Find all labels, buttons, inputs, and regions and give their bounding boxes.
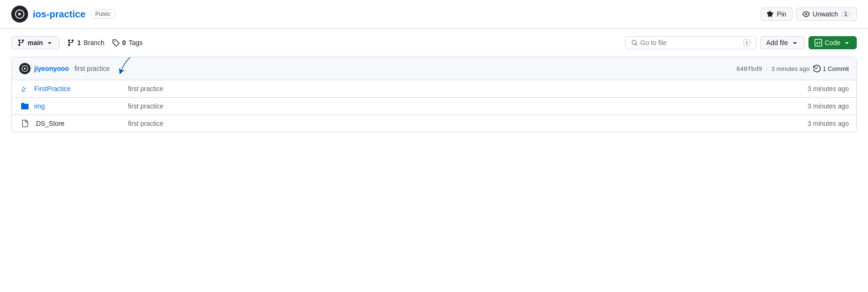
file-time-0: 3 minutes ago <box>793 85 849 92</box>
search-box[interactable]: t <box>625 36 756 49</box>
branch-count: 1 <box>77 39 81 46</box>
file-commit-msg-2: first practice <box>128 120 793 127</box>
search-input[interactable] <box>640 39 740 46</box>
repo-name[interactable]: ios-practice <box>33 9 85 20</box>
file-name-firstpractice[interactable]: FirstPractice <box>34 85 128 92</box>
commit-message: first practice <box>75 65 110 72</box>
main-content: jiyeonyooo first practice Adding embedde… <box>0 57 868 144</box>
add-file-label: Add file <box>766 39 788 46</box>
branch-label: Branch <box>83 39 104 46</box>
annotation-arrow <box>118 57 174 75</box>
tag-count: 0 <box>122 39 126 46</box>
add-file-button[interactable]: Add file <box>760 36 805 49</box>
code-label: Code <box>825 39 840 46</box>
file-icon <box>19 120 30 127</box>
commit-time: 3 minutes ago <box>771 65 810 72</box>
author-avatar <box>19 63 30 74</box>
file-name-img[interactable]: img <box>34 102 128 110</box>
commit-header-row: jiyeonyooo first practice Adding embedde… <box>12 57 856 80</box>
file-name-dsstore[interactable]: .DS_Store <box>34 120 128 127</box>
header-left: ios-practice Public <box>11 6 116 23</box>
visibility-badge: Public <box>90 9 116 19</box>
pin-button[interactable]: Pin <box>761 8 793 21</box>
code-button[interactable]: Code <box>808 36 857 49</box>
commit-hash[interactable]: 640fbd9 <box>736 65 762 72</box>
header-right: Pin Unwatch 1 <box>761 8 857 21</box>
table-row: .DS_Store first practice 3 minutes ago <box>12 115 856 132</box>
unwatch-count: 1 <box>841 10 851 18</box>
branch-count-info[interactable]: 1 Branch <box>67 39 105 46</box>
commit-meta: 640fbd9 · 3 minutes ago 1 Commit <box>736 65 849 72</box>
unwatch-button[interactable]: Unwatch 1 <box>796 8 857 21</box>
file-time-1: 3 minutes ago <box>793 102 849 110</box>
toolbar: main 1 Branch 0 Tags t <box>0 29 868 57</box>
commit-count: 1 Commit <box>823 65 849 72</box>
pin-label: Pin <box>777 10 786 18</box>
tag-count-info[interactable]: 0 Tags <box>112 39 142 46</box>
unwatch-label: Unwatch <box>813 10 838 18</box>
commit-dot: · <box>766 65 768 72</box>
commit-count-link[interactable]: 1 Commit <box>813 65 849 72</box>
tag-label: Tags <box>129 39 143 46</box>
file-time-2: 3 minutes ago <box>793 120 849 127</box>
branch-name: main <box>28 39 43 46</box>
page-header: ios-practice Public Pin Unwatch 1 <box>0 0 868 29</box>
file-commit-msg-0: first practice <box>128 85 793 92</box>
toolbar-left: main 1 Branch 0 Tags <box>11 36 142 49</box>
repo-avatar <box>11 6 28 23</box>
branch-selector[interactable]: main <box>11 36 60 49</box>
toolbar-right: t Add file Code <box>625 36 857 49</box>
author-name[interactable]: jiyeonyooo <box>34 65 69 72</box>
repo-file-table: jiyeonyooo first practice Adding embedde… <box>11 57 857 132</box>
commit-author: jiyeonyooo first practice Adding embedde… <box>19 63 123 74</box>
table-row: img first practice 3 minutes ago <box>12 98 856 115</box>
table-row: FirstPractice first practice 3 minutes a… <box>12 80 856 98</box>
search-shortcut: t <box>743 39 750 46</box>
file-commit-msg-1: first practice <box>128 102 793 110</box>
submodule-icon <box>19 85 30 92</box>
folder-icon <box>19 102 30 110</box>
